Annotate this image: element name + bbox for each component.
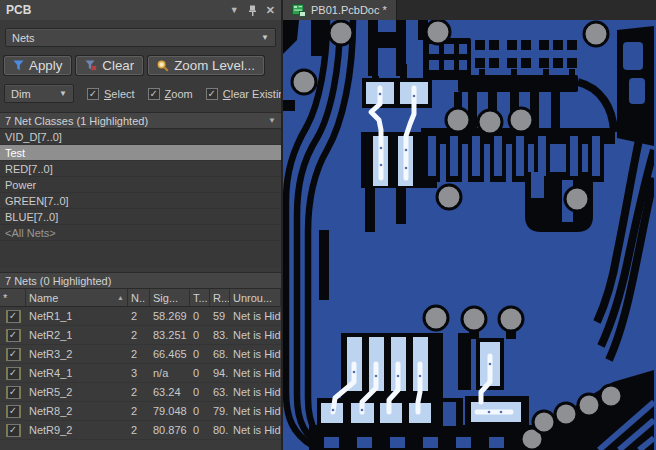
column-header-unrouted[interactable]: Unrou...: [230, 289, 281, 306]
net-visible-checkbox[interactable]: ✓: [7, 386, 20, 399]
select-checkbox[interactable]: ✓: [87, 88, 99, 100]
pcb-canvas[interactable]: [283, 20, 656, 450]
document-tab-label: PB01.PcbDoc *: [311, 4, 387, 16]
sort-ascending-icon: ▲: [117, 294, 124, 301]
net-routed-cell: 79.: [210, 405, 230, 417]
table-row[interactable]: ✓ NetR9_2 2 80.876 0 80. Net is Hid: [0, 421, 281, 440]
net-nodes-cell: 2: [128, 310, 150, 322]
panel-menu-chevron-icon[interactable]: ▼: [230, 5, 239, 15]
pcb-layout-drawing: [283, 20, 654, 450]
net-unrouted-cell: Net is Hid: [230, 367, 281, 379]
net-nodes-cell: 2: [128, 386, 150, 398]
net-class-item[interactable]: <All Nets>: [0, 225, 281, 241]
dim-select[interactable]: Dim ▼: [4, 84, 74, 103]
table-row[interactable]: ✓ NetR3_2 2 66.465 0 68. Net is Hid: [0, 345, 281, 364]
zoom-checkbox[interactable]: ✓: [148, 88, 160, 100]
net-name-cell: NetR8_2: [26, 405, 128, 417]
net-class-item[interactable]: VID_D[7..0]: [0, 129, 281, 145]
column-header-t[interactable]: T...: [190, 289, 210, 306]
display-options-row: Dim ▼ ✓ Select ✓ Zoom ✓ Clear Existing: [4, 84, 277, 103]
net-signal-cell: 79.048: [150, 405, 190, 417]
net-class-item[interactable]: Test: [0, 145, 281, 161]
magnifier-icon: [157, 60, 169, 72]
altium-workspace: PCB ▼ ✕ Nets ▼ Apply: [0, 0, 656, 450]
table-row[interactable]: ✓ NetR4_1 3 n/a 0 94. Net is Hid: [0, 364, 281, 383]
nets-list-header-label: 7 Nets (0 Highlighted): [5, 275, 111, 287]
net-routed-cell: 59: [210, 310, 230, 322]
table-row[interactable]: ✓ NetR1_1 2 58.269 0 59 Net is Hid: [0, 307, 281, 326]
net-nodes-cell: 3: [128, 367, 150, 379]
net-signal-cell: 80.876: [150, 424, 190, 436]
net-signal-cell: n/a: [150, 367, 190, 379]
clear-existing-checkbox[interactable]: ✓: [206, 88, 218, 100]
net-t-cell: 0: [190, 348, 210, 360]
funnel-icon: [13, 60, 24, 71]
panel-mode-select[interactable]: Nets ▼: [5, 28, 276, 47]
zoom-checkbox-label: Zoom: [165, 88, 193, 100]
net-nodes-cell: 2: [128, 405, 150, 417]
net-class-item[interactable]: Power: [0, 177, 281, 193]
net-routed-cell: 80.: [210, 424, 230, 436]
net-classes-header-label: 7 Net Classes (1 Highlighted): [5, 115, 148, 127]
column-header-nodes[interactable]: N..: [128, 289, 150, 306]
pcb-panel: PCB ▼ ✕ Nets ▼ Apply: [0, 0, 283, 450]
net-unrouted-cell: Net is Hid: [230, 405, 281, 417]
net-name-cell: NetR2_1: [26, 329, 128, 341]
chevron-down-icon: ▼: [268, 116, 276, 125]
net-visible-checkbox[interactable]: ✓: [7, 424, 20, 437]
column-header-check[interactable]: *: [0, 289, 26, 306]
chevron-down-icon: ▼: [261, 33, 269, 42]
apply-button[interactable]: Apply: [4, 56, 71, 75]
net-nodes-cell: 2: [128, 424, 150, 436]
net-t-cell: 0: [190, 310, 210, 322]
zoom-checkbox-group[interactable]: ✓ Zoom: [148, 88, 193, 100]
column-header-routed[interactable]: R...: [210, 289, 230, 306]
net-class-label: GREEN[7..0]: [5, 195, 69, 207]
net-unrouted-cell: Net is Hid: [230, 348, 281, 360]
column-header-name[interactable]: Name ▲: [26, 289, 128, 306]
net-class-list: VID_D[7..0] Test RED[7..0] Power GREEN[7…: [0, 129, 281, 268]
net-visible-checkbox[interactable]: ✓: [7, 405, 20, 418]
net-visible-checkbox[interactable]: ✓: [7, 329, 20, 342]
close-icon[interactable]: ✕: [266, 4, 275, 17]
column-header-signal[interactable]: Sig...: [150, 289, 190, 306]
net-name-cell: NetR5_2: [26, 386, 128, 398]
net-nodes-cell: 2: [128, 329, 150, 341]
nets-list-header[interactable]: 7 Nets (0 Highlighted): [0, 272, 281, 289]
table-row[interactable]: ✓ NetR2_1 2 83.251 0 83. Net is Hid: [0, 326, 281, 345]
net-t-cell: 0: [190, 405, 210, 417]
net-class-label: Power: [5, 179, 36, 191]
net-class-label: VID_D[7..0]: [5, 131, 62, 143]
net-name-cell: NetR3_2: [26, 348, 128, 360]
net-class-item[interactable]: RED[7..0]: [0, 161, 281, 177]
net-classes-header[interactable]: 7 Net Classes (1 Highlighted) ▼: [0, 112, 281, 129]
net-unrouted-cell: Net is Hid: [230, 386, 281, 398]
panel-title: PCB: [6, 3, 31, 17]
clear-button[interactable]: Clear: [76, 56, 143, 75]
net-t-cell: 0: [190, 367, 210, 379]
net-routed-cell: 83.: [210, 329, 230, 341]
select-checkbox-group[interactable]: ✓ Select: [87, 88, 135, 100]
zoom-level-button[interactable]: Zoom Level...: [148, 56, 264, 75]
clear-existing-checkbox-label: Clear Existing: [223, 88, 283, 100]
net-class-label: BLUE[7..0]: [5, 211, 58, 223]
nets-table-body: ✓ NetR1_1 2 58.269 0 59 Net is Hid ✓ Net…: [0, 307, 281, 450]
net-unrouted-cell: Net is Hid: [230, 329, 281, 341]
net-visible-checkbox[interactable]: ✓: [7, 367, 20, 380]
net-unrouted-cell: Net is Hid: [230, 310, 281, 322]
net-class-label: <All Nets>: [5, 227, 56, 239]
table-row[interactable]: ✓ NetR8_2 2 79.048 0 79. Net is Hid: [0, 402, 281, 421]
pin-icon[interactable]: [248, 5, 257, 16]
editor-area: PB01.PcbDoc *: [283, 0, 656, 450]
net-class-item[interactable]: GREEN[7..0]: [0, 193, 281, 209]
net-visible-checkbox[interactable]: ✓: [7, 310, 20, 323]
net-name-cell: NetR4_1: [26, 367, 128, 379]
net-visible-checkbox[interactable]: ✓: [7, 348, 20, 361]
table-row[interactable]: ✓ NetR5_2 2 63.24 0 63. Net is Hid: [0, 383, 281, 402]
document-tab-bar: PB01.PcbDoc *: [283, 0, 656, 20]
net-class-item[interactable]: BLUE[7..0]: [0, 209, 281, 225]
net-class-label: RED[7..0]: [5, 163, 53, 175]
clear-existing-checkbox-group[interactable]: ✓ Clear Existing: [206, 88, 283, 100]
document-tab[interactable]: PB01.PcbDoc *: [283, 0, 397, 20]
net-signal-cell: 63.24: [150, 386, 190, 398]
